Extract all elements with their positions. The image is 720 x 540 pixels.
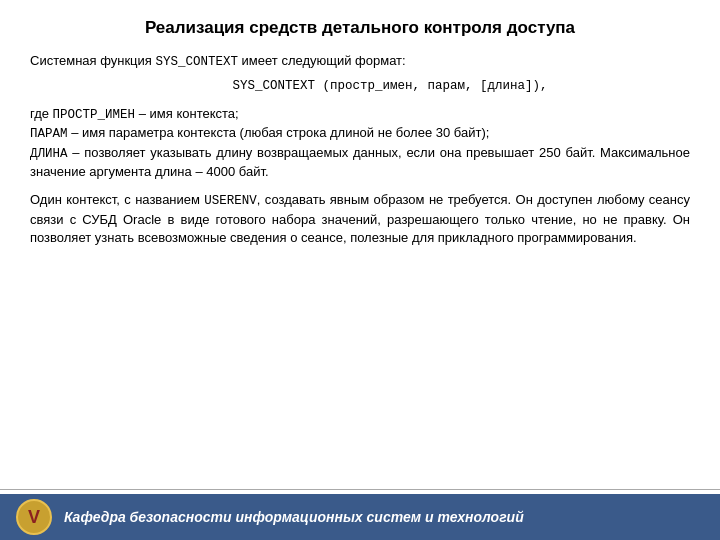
- para3-code: USERENV: [204, 194, 257, 208]
- paragraph-1: Системная функция SYS_CONTEXT имеет след…: [30, 52, 690, 95]
- param2-desc: – имя параметра контекста (любая строка …: [68, 125, 490, 140]
- code-block: SYS_CONTEXT (простр_имен, парам, [длина]…: [90, 77, 690, 95]
- where-line: где ПРОСТР_ИМЕН – имя контекста;: [30, 105, 690, 124]
- param1-desc: – имя контекста;: [135, 106, 239, 121]
- para1-before: Системная функция: [30, 53, 155, 68]
- where-label: где: [30, 106, 53, 121]
- param1-code: ПРОСТР_ИМЕН: [53, 108, 136, 122]
- param3-desc: – позволяет указывать длину возвращаемых…: [30, 145, 690, 179]
- body-text: Системная функция SYS_CONTEXT имеет след…: [30, 52, 690, 258]
- divider: [0, 489, 720, 490]
- page-title: Реализация средств детального контроля д…: [30, 18, 690, 38]
- footer-logo: V: [16, 499, 52, 535]
- param2-code: ПАРАМ: [30, 127, 68, 141]
- footer-logo-symbol: V: [28, 507, 40, 528]
- main-content: Реализация средств детального контроля д…: [0, 0, 720, 489]
- page-container: Реализация средств детального контроля д…: [0, 0, 720, 540]
- footer: V Кафедра безопасности информационных си…: [0, 494, 720, 540]
- param3-code: ДЛИНА: [30, 147, 68, 161]
- param3-line: ДЛИНА – позволяет указывать длину возвра…: [30, 144, 690, 182]
- para1-code: SYS_CONTEXT: [155, 55, 238, 69]
- param2-line: ПАРАМ – имя параметра контекста (любая с…: [30, 124, 690, 143]
- paragraph-3: Один контекст, с названием USERENV, созд…: [30, 191, 690, 248]
- para3-before: Один контекст, с названием: [30, 192, 204, 207]
- param-block: где ПРОСТР_ИМЕН – имя контекста; ПАРАМ –…: [30, 105, 690, 181]
- para1-after: имеет следующий формат:: [238, 53, 406, 68]
- footer-text: Кафедра безопасности информационных сист…: [64, 509, 524, 525]
